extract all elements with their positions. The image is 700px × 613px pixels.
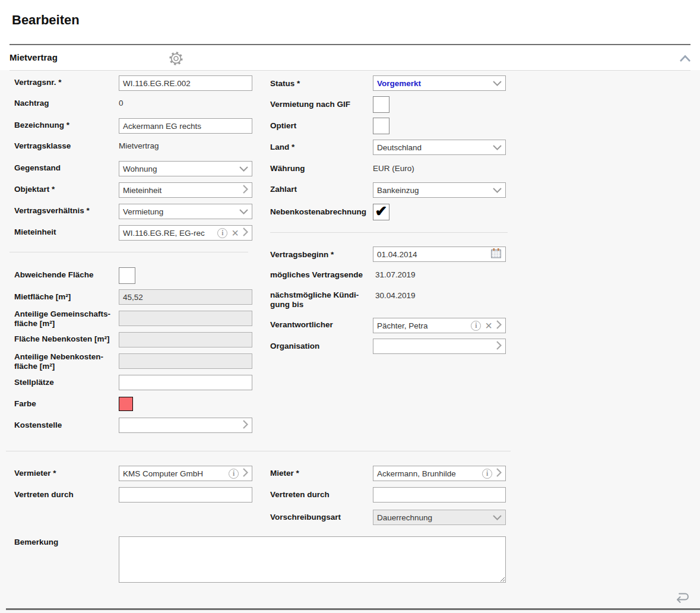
- vorschreibungsart-label: Vorschreibungsart: [270, 513, 373, 522]
- naechstmoegliche-kuendigung-value: 30.04.2019: [375, 291, 416, 300]
- chevron-down-icon: [493, 186, 502, 195]
- vertragsklasse-label: Vertragsklasse: [14, 141, 119, 151]
- return-icon[interactable]: [673, 590, 692, 607]
- anteilige-gemeinschaftsflaeche-label: Anteilige Gemeinschafts- fläche [m²]: [14, 309, 119, 328]
- chevron-right-icon[interactable]: [243, 468, 248, 479]
- mieter-lookup[interactable]: Ackermann, Brunhilde i: [373, 466, 506, 481]
- vorschreibungsart-select: Dauerrechnung: [373, 510, 506, 525]
- info-icon[interactable]: i: [482, 469, 492, 479]
- waehrung-label: Währung: [270, 164, 373, 173]
- objektart-value: Mieteinheit: [123, 186, 240, 195]
- bezeichnung-label: Bezeichnung *: [14, 121, 119, 130]
- verantwortlicher-label: Verantwortlicher: [270, 320, 373, 330]
- optiert-checkbox[interactable]: [373, 118, 389, 134]
- chevron-down-icon: [493, 513, 502, 522]
- chevron-down-icon: [239, 165, 248, 173]
- flaeche-nebenkosten-field: [119, 332, 252, 347]
- nebenkostenabrechnung-checkbox[interactable]: ✔: [373, 204, 389, 220]
- status-select[interactable]: Vorgemerkt: [373, 75, 506, 91]
- naechstmoegliche-kuendigung-label: nächstmögliche Kündi- gung bis: [270, 290, 373, 309]
- clear-icon[interactable]: ×: [485, 320, 492, 331]
- info-icon[interactable]: i: [471, 321, 481, 331]
- divider: [270, 232, 508, 233]
- header-strip: [0, 0, 700, 70]
- abweichende-flaeche-checkbox[interactable]: [119, 267, 135, 284]
- status-label: Status *: [270, 79, 373, 89]
- zahlart-select[interactable]: Bankeinzug: [373, 182, 506, 198]
- vertreten-durch-mieter-input[interactable]: [373, 487, 506, 503]
- gegenstand-value: Wohnung: [123, 165, 237, 173]
- verantwortlicher-value: Pächter, Petra: [377, 321, 468, 330]
- moegliches-vertragsende-label: mögliches Vertragsende: [270, 270, 373, 280]
- gegenstand-select[interactable]: Wohnung: [119, 161, 252, 176]
- zahlart-value: Bankeinzug: [377, 186, 490, 195]
- chevron-right-icon[interactable]: [496, 320, 502, 331]
- info-icon[interactable]: i: [217, 228, 227, 238]
- land-label: Land *: [270, 143, 373, 152]
- clear-icon[interactable]: ×: [232, 227, 239, 239]
- checkmark-icon: ✔: [375, 204, 388, 219]
- gear-icon[interactable]: [168, 50, 184, 69]
- vertragsbeginn-label: Vertragsbeginn *: [270, 250, 373, 260]
- mieter-label: Mieter *: [270, 469, 373, 478]
- divider: [9, 252, 248, 252]
- chevron-down-icon: [239, 207, 248, 216]
- chevron-right-icon[interactable]: [496, 468, 502, 479]
- vermietung-nach-gif-label: Vermietung nach GIF: [270, 100, 373, 109]
- chevron-right-icon[interactable]: [243, 185, 248, 195]
- vertreten-durch-mieter-label: Vertreten durch: [270, 490, 373, 500]
- optiert-label: Optiert: [270, 121, 373, 131]
- page-title: Bearbeiten: [12, 12, 80, 28]
- vertragsklasse-value: Mietvertrag: [119, 141, 159, 150]
- abweichende-flaeche-label: Abweichende Fläche: [14, 270, 119, 280]
- chevron-right-icon[interactable]: [496, 341, 502, 352]
- anteilige-nebenkostenflaeche-label: Anteilige Nebenkosten- fläche [m²]: [14, 352, 119, 371]
- vermieter-lookup[interactable]: KMS Computer GmbH i: [119, 466, 252, 481]
- divider: [9, 70, 691, 71]
- vertragsverhaeltnis-value: Vermietung: [123, 207, 237, 216]
- vertragsnr-label: Vertragsnr. *: [14, 78, 119, 87]
- divider: [9, 44, 691, 45]
- mieteinheit-lookup[interactable]: WI.116.EG.RE, EG-rec i ×: [119, 225, 252, 241]
- chevron-down-icon: [493, 79, 502, 88]
- collapse-section-icon[interactable]: [679, 54, 691, 65]
- vermieter-value: KMS Computer GmbH: [123, 469, 226, 478]
- anteilige-nebenkostenflaeche-field: [119, 353, 252, 369]
- verantwortlicher-lookup[interactable]: Pächter, Petra i ×: [373, 318, 506, 333]
- organisation-field[interactable]: [373, 339, 506, 354]
- info-icon[interactable]: i: [229, 469, 239, 479]
- nachtrag-value: 0: [119, 99, 123, 108]
- mieteinheit-value: WI.116.EG.RE, EG-rec: [123, 229, 215, 238]
- farbe-swatch[interactable]: [119, 397, 133, 411]
- objektart-field[interactable]: Mieteinheit: [119, 182, 252, 198]
- calendar-icon[interactable]: [490, 248, 502, 261]
- vertragsnr-input[interactable]: [119, 75, 252, 91]
- waehrung-value: EUR (Euro): [373, 164, 414, 173]
- moegliches-vertragsende-value: 31.07.2019: [375, 270, 416, 279]
- organisation-label: Organisation: [270, 342, 373, 351]
- mietflaeche-field: 45,52: [119, 289, 252, 305]
- bemerkung-label: Bemerkung: [14, 538, 119, 547]
- nebenkostenabrechnung-label: Nebenkostenabrechnung: [270, 207, 373, 217]
- mietflaeche-label: Mietfläche [m²]: [14, 292, 119, 302]
- nachtrag-label: Nachtrag: [14, 99, 119, 108]
- vertragsbeginn-input[interactable]: [377, 250, 488, 259]
- vertragsbeginn-datefield[interactable]: [373, 247, 506, 262]
- mieteinheit-label: Mieteinheit: [14, 227, 119, 237]
- kostenstelle-field[interactable]: [119, 418, 252, 433]
- mietflaeche-value: 45,52: [123, 293, 248, 302]
- land-select[interactable]: Deutschland: [373, 140, 506, 155]
- gegenstand-label: Gegenstand: [14, 163, 119, 173]
- vertreten-durch-vermieter-input[interactable]: [119, 487, 252, 503]
- chevron-right-icon[interactable]: [243, 227, 248, 238]
- vertreten-durch-vermieter-label: Vertreten durch: [14, 490, 119, 500]
- objektart-label: Objektart *: [14, 185, 119, 194]
- stellplaetze-input[interactable]: [119, 375, 252, 390]
- vermietung-nach-gif-checkbox[interactable]: [373, 96, 389, 113]
- vertragsverhaeltnis-select[interactable]: Vermietung: [119, 204, 252, 219]
- bezeichnung-input[interactable]: [119, 118, 252, 134]
- vertragsverhaeltnis-label: Vertragsverhältnis *: [14, 206, 119, 216]
- status-value: Vorgemerkt: [377, 79, 490, 88]
- chevron-right-icon[interactable]: [243, 420, 248, 431]
- bemerkung-textarea[interactable]: [119, 536, 506, 583]
